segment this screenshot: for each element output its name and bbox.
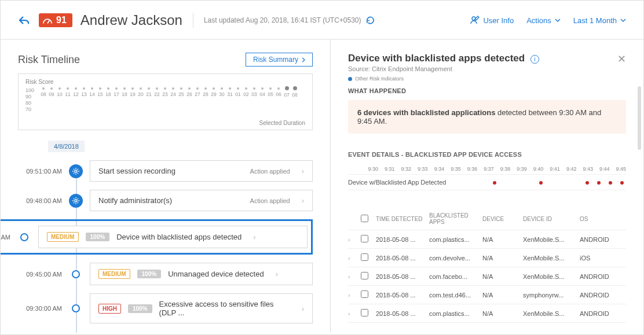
chart-x-tick: 15: [96, 87, 104, 98]
table-row[interactable]: › 2018-05-08 ... com.plastics... N/A Xen…: [348, 230, 626, 249]
chevron-right-icon: ›: [302, 196, 304, 205]
row-checkbox[interactable]: [361, 290, 368, 298]
source-label: Source:: [348, 65, 370, 72]
timeline-panel: Risk Timeline Risk Summary Risk Score 10…: [1, 40, 331, 333]
cell-os: ANDROID: [580, 236, 620, 243]
row-checkbox[interactable]: [361, 253, 368, 261]
chart-x-tick: 27: [193, 87, 202, 98]
timeline-dot-icon: [20, 233, 28, 241]
event-table: TIME DETECTED BLACKLISTED APPS DEVICE DE…: [348, 208, 626, 323]
cell-app: com.test.d46...: [429, 292, 482, 299]
table-row[interactable]: › 2018-05-08 ... com.facebo... N/A XenMo…: [348, 267, 626, 286]
scrollbar[interactable]: [638, 86, 641, 150]
chart-x-tick: 16: [104, 87, 112, 98]
chevron-down-icon: [555, 19, 561, 22]
timeline-card[interactable]: MEDIUM100% Device with blacklisted apps …: [38, 226, 308, 248]
table-row[interactable]: › 2018-05-08 ... com.devolve... N/A XenM…: [348, 249, 626, 267]
info-icon[interactable]: i: [530, 55, 539, 64]
timeline-card[interactable]: MEDIUM100% Unmanaged device detected ›: [90, 263, 313, 285]
timeline-card[interactable]: Start session recording Action applied ›: [90, 160, 313, 182]
row-checkbox[interactable]: [361, 235, 368, 242]
chart-x-tick: 28: [202, 87, 210, 98]
col-header-os[interactable]: OS: [580, 216, 620, 222]
timeline-card-title: Unmanaged device detected: [168, 270, 264, 278]
action-applied-label: Action applied: [250, 168, 290, 175]
risk-summary-button[interactable]: Risk Summary: [246, 53, 313, 67]
cell-time: 2018-05-08 ...: [376, 255, 429, 262]
cell-os: ANDROID: [580, 310, 620, 317]
timeline-list: 09:51:00 AM Start session recording Acti…: [18, 160, 313, 323]
mini-tick: 9:41: [550, 166, 560, 172]
select-all-checkbox[interactable]: [361, 215, 368, 222]
selected-duration-label: Selected Duration: [25, 120, 305, 126]
timeline-time: 09:30:00 AM: [18, 305, 62, 312]
what-happened-heading: WHAT HAPPENED: [348, 87, 626, 94]
risk-score-chart: Risk Score 100 90 80 70 0809101112131415…: [18, 73, 313, 130]
mini-tick: 9:32: [401, 166, 412, 172]
timeline-card[interactable]: HIGH100% Excessive access to sensitive f…: [90, 293, 313, 323]
row-checkbox[interactable]: [361, 272, 368, 279]
y-tick: 90: [25, 94, 34, 100]
chart-x-tick: 20: [137, 87, 145, 98]
event-dot-icon: [609, 181, 612, 185]
expand-row-icon[interactable]: ›: [348, 273, 361, 280]
expand-row-icon[interactable]: ›: [348, 236, 361, 243]
chart-x-tick: 11: [64, 87, 72, 98]
expand-row-icon[interactable]: ›: [348, 255, 361, 262]
mini-tick: 9:44: [599, 166, 610, 172]
cell-device: N/A: [482, 273, 523, 280]
chart-x-tick: 02: [242, 87, 250, 98]
event-dot-icon: [586, 181, 589, 185]
chart-x-tick: 26: [185, 87, 193, 98]
timeline-dot-icon: [72, 304, 80, 312]
risk-summary-label: Risk Summary: [253, 56, 298, 64]
mini-tick: 9:42: [566, 166, 577, 172]
col-header-app[interactable]: BLACKLISTED APPS: [429, 212, 482, 225]
mini-timeline-dots: [458, 175, 626, 190]
chart-x-tick: 08: [291, 87, 299, 98]
y-tick: 70: [25, 106, 34, 113]
timeline-date-tag: 4/8/2018: [48, 141, 85, 152]
risk-score-badge: 91: [39, 13, 72, 27]
chart-x-tick: 22: [153, 87, 161, 98]
back-icon[interactable]: [18, 15, 31, 25]
chart-x-tick: 01: [234, 87, 242, 98]
col-header-device[interactable]: DEVICE: [482, 216, 523, 222]
chart-x-tick: 23: [161, 87, 169, 98]
actions-label: Actions: [526, 16, 551, 25]
refresh-icon[interactable]: [366, 16, 375, 25]
chart-x-tick: 10: [56, 87, 64, 98]
cell-device-id: XenMobile.S...: [523, 255, 580, 262]
header-actions: User Info Actions Last 1 Month: [470, 16, 626, 25]
event-dot-icon: [597, 181, 601, 185]
date-range-label: Last 1 Month: [573, 16, 617, 25]
svg-line-0: [47, 20, 50, 23]
cell-device: N/A: [482, 236, 523, 243]
close-icon[interactable]: ✕: [617, 53, 626, 65]
date-range-dropdown[interactable]: Last 1 Month: [573, 16, 626, 25]
mini-tick: 9:36: [467, 166, 478, 172]
col-header-time[interactable]: TIME DETECTED: [376, 216, 429, 222]
table-row[interactable]: › 2018-05-08 ... com.test.d46... N/A sym…: [348, 286, 626, 304]
mini-tick: 9:43: [583, 166, 593, 172]
cell-os: iOS: [580, 255, 620, 262]
actions-dropdown[interactable]: Actions: [526, 16, 561, 25]
timeline-row: 09:51:00 AM Start session recording Acti…: [18, 160, 313, 182]
expand-row-icon[interactable]: ›: [348, 310, 361, 317]
timeline-card[interactable]: Notify administrator(s) Action applied ›: [90, 190, 313, 211]
event-dot-icon: [620, 181, 624, 185]
chart-y-label: Risk Score: [25, 79, 305, 85]
timeline-row: 09:45:00 AM MEDIUM100% Unmanaged device …: [18, 263, 313, 285]
table-row[interactable]: › 2018-05-08 ... com.plastics... N/A Xen…: [348, 304, 626, 323]
mini-timeline-label: Device w/Blacklisted App Detected: [348, 173, 458, 192]
expand-row-icon[interactable]: ›: [348, 292, 361, 299]
row-checkbox[interactable]: [361, 309, 368, 316]
chart-y-ticks: 100 90 80 70: [25, 87, 34, 113]
detail-source: Source: Citrix Endpoint Management: [348, 65, 626, 72]
cell-time: 2018-05-08 ...: [376, 310, 429, 317]
user-info-link[interactable]: User Info: [470, 16, 514, 25]
cell-app: com.devolve...: [429, 255, 482, 262]
col-header-device-id[interactable]: DEVICE ID: [523, 216, 580, 222]
cell-device-id: XenMobile.S...: [523, 273, 580, 280]
mini-tick: 9:34: [434, 166, 445, 172]
